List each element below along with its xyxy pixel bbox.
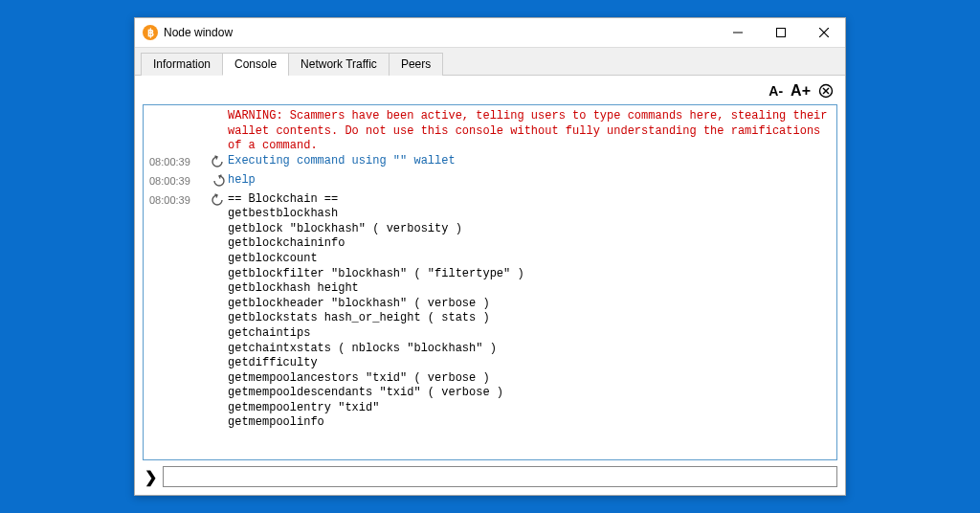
prompt-icon: ❯ <box>143 468 159 486</box>
console-message: == Blockchain == getbestblockhash getblo… <box>228 192 831 432</box>
console-input-row: ❯ <box>143 466 837 487</box>
console-message: Executing command using "" wallet <box>228 154 831 169</box>
tab-console[interactable]: Console <box>222 53 289 76</box>
tab-information[interactable]: Information <box>141 53 223 76</box>
console-row: 08:00:39help <box>149 173 831 192</box>
console-warning-text: WARNING: Scammers have been active, tell… <box>228 109 831 154</box>
clear-console-button[interactable] <box>818 83 834 99</box>
tab-bar: Information Console Network Traffic Peer… <box>135 47 845 76</box>
console-panel: A- A+ WARNING: Scammers have been active… <box>135 76 845 495</box>
node-window: ฿ Node window Information Console Networ… <box>134 17 846 496</box>
console-row: 08:00:39== Blockchain == getbestblockhas… <box>149 192 831 432</box>
font-decrease-button[interactable]: A- <box>768 84 783 98</box>
maximize-button[interactable] <box>759 18 802 47</box>
close-button[interactable] <box>802 18 845 47</box>
console-message: help <box>228 173 831 189</box>
window-title: Node window <box>164 26 233 39</box>
minimize-button[interactable] <box>716 18 759 47</box>
timestamp: 08:00:39 <box>149 192 209 207</box>
timestamp: 08:00:39 <box>149 154 209 168</box>
svg-rect-1 <box>776 29 785 37</box>
titlebar: ฿ Node window <box>135 18 845 47</box>
console-input[interactable] <box>163 466 837 487</box>
console-toolbar: A- A+ <box>143 81 837 104</box>
reply-icon <box>209 154 228 173</box>
console-warning-row: WARNING: Scammers have been active, tell… <box>149 109 831 154</box>
console-row: 08:00:39Executing command using "" walle… <box>149 154 831 173</box>
timestamp: 08:00:39 <box>149 173 209 188</box>
font-increase-button[interactable]: A+ <box>791 83 811 99</box>
bitcoin-icon: ฿ <box>143 25 158 40</box>
tab-network-traffic[interactable]: Network Traffic <box>288 53 390 76</box>
tab-peers[interactable]: Peers <box>389 53 443 76</box>
console-output[interactable]: WARNING: Scammers have been active, tell… <box>143 104 837 460</box>
cmd-icon <box>209 173 228 192</box>
reply-icon <box>209 192 228 212</box>
